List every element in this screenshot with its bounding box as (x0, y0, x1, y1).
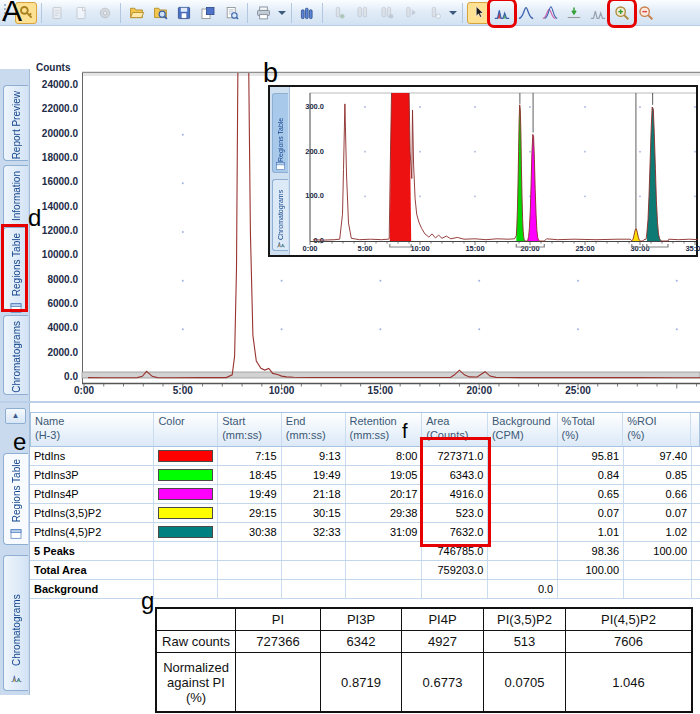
summary-row-label: Raw counts (157, 631, 236, 653)
panel-divider (0, 401, 700, 403)
vial-skip-icon[interactable] (399, 2, 421, 24)
show-regions-icon[interactable]: c (491, 2, 513, 24)
overlay-chromatograms-icon[interactable] (539, 2, 561, 24)
vial-stop-icon[interactable] (423, 2, 445, 24)
column-header-background[interactable]: Background(CPM) (488, 413, 558, 446)
column-header-total[interactable]: %Total(%) (558, 413, 624, 446)
region-name-cell: Background (30, 580, 154, 598)
region-row-ptdins4p[interactable]: PtdIns4P19:4921:1820:174916.00.650.66 (30, 485, 700, 504)
region-value-cell (488, 523, 558, 541)
region-value-cell (346, 580, 423, 598)
zoom-in-icon[interactable]: a (611, 2, 633, 24)
new-measurement-icon[interactable] (46, 2, 68, 24)
region-value-cell: 100.00 (624, 542, 692, 560)
region-fill-ptdins-3-5-p2 (632, 229, 643, 241)
region-value-cell (346, 561, 423, 579)
application-window: A FileEditViewEvaluationMeasurementTools… (0, 0, 700, 714)
region-color-cell (154, 542, 218, 560)
open-folder-icon[interactable] (125, 2, 147, 24)
region-color-cell (154, 561, 218, 579)
column-header-end[interactable]: End(mm:ss) (282, 413, 346, 446)
baseline-icon[interactable] (563, 2, 585, 24)
inset-tab-label: Regions Table (277, 97, 284, 162)
region-name-cell: Total Area (30, 561, 154, 579)
save-icon[interactable] (173, 2, 195, 24)
print-icon[interactable] (252, 2, 274, 24)
region-filler-cell (692, 504, 700, 522)
annotation-letter-d: d (28, 206, 41, 230)
pointer-icon[interactable] (467, 2, 489, 24)
region-row-ptdins-3-5-p2[interactable]: PtdIns(3,5)P229:1530:1529:38523.00.070.0… (30, 504, 700, 523)
summary-col-pi-4-5-p2: PI(4,5)P2 (566, 609, 691, 631)
toolbar-separator (120, 3, 121, 23)
inset-zoomed-chromatogram: Regions Table Chromatograms 300.0200.010… (268, 85, 698, 257)
region-value-cell (218, 580, 282, 598)
print-dropdown-arrow-icon[interactable] (275, 2, 288, 24)
summary-value-cell: 513 (484, 631, 566, 653)
save-report-icon[interactable] (197, 2, 219, 24)
column-header-color[interactable]: Color (154, 413, 218, 446)
region-row-ptdins-4-5-p2[interactable]: PtdIns(4,5)P230:3832:3331:097632.01.011.… (30, 523, 700, 542)
region-fill-ptdins (390, 89, 411, 241)
region-filler-cell (692, 485, 700, 503)
region-name-cell: PtdIns (30, 447, 154, 465)
summary-corner-cell (157, 609, 236, 631)
column-header-start[interactable]: Start(mm:ss) (218, 413, 282, 446)
column-header-name[interactable]: Name(H-3) (31, 413, 154, 446)
summary-value-cell: 6342 (321, 631, 402, 653)
region-value-cell (558, 580, 624, 598)
region-row-background[interactable]: Background0.0 (30, 580, 700, 599)
summary-col-pi-3-5-p2: PI(3,5)P2 (484, 609, 566, 631)
region-value-cell (282, 561, 346, 579)
print-preview-icon[interactable] (221, 2, 243, 24)
region-fill-ptdins4p (528, 134, 545, 241)
collapse-panel-button[interactable]: ▲ (5, 408, 26, 424)
sidebar-tab-information[interactable]: Information (3, 165, 28, 227)
settings-icon[interactable] (94, 2, 116, 24)
region-row-ptdins3p[interactable]: PtdIns3P18:4519:4919:056343.00.840.85 (30, 466, 700, 485)
region-row-ptdins[interactable]: PtdIns7:159:138:00727371.095.8197.40 (30, 447, 700, 466)
toolbar-separator (462, 3, 463, 23)
find-data-icon[interactable] (149, 2, 171, 24)
vial-resume-icon[interactable] (375, 2, 397, 24)
start-sequence-icon[interactable] (296, 2, 318, 24)
toolbar-separator (247, 3, 248, 23)
summary-value-cell: 7606 (566, 631, 691, 653)
region-row-total-area[interactable]: Total Area759203.0100.00 (30, 561, 700, 580)
column-header-retention[interactable]: Retention(mm:ss) (346, 413, 423, 446)
region-color-cell (154, 504, 218, 522)
sidebar-tab-report-preview[interactable]: Report Preview (3, 85, 28, 161)
sidebar-tab-chromatograms[interactable]: Chromatograms (3, 315, 28, 395)
new-document-icon[interactable] (70, 2, 92, 24)
vial-start-icon[interactable] (327, 2, 349, 24)
region-row-5-peaks[interactable]: 5 Peaks746785.098.36100.00 (30, 542, 700, 561)
regions-table-header-row: Name(H-3)ColorStart(mm:ss)End(mm:ss)Rete… (30, 412, 700, 447)
region-value-cell: 0.84 (558, 466, 624, 484)
region-value-cell: 100.00 (558, 561, 624, 579)
compare-peaks-icon[interactable] (587, 2, 609, 24)
sidebar-tab-label: Information (11, 171, 22, 221)
sidebar-tab-label: Chromatograms (11, 321, 22, 393)
column-header-roi[interactable]: %ROI(%) (623, 413, 691, 446)
bottom-tab-label: Chromatograms (11, 561, 22, 666)
measurement-dropdown-arrow-icon[interactable] (446, 2, 459, 24)
single-peak-icon[interactable] (515, 2, 537, 24)
region-value-cell: 8:00 (346, 447, 423, 465)
region-filler-cell (692, 466, 700, 484)
region-value-cell: 95.81 (558, 447, 624, 465)
bottom-tab-chromatograms[interactable]: Chromatograms (3, 555, 28, 691)
regions-table-icon (276, 162, 285, 170)
annotation-box-d (1, 224, 28, 312)
vial-pause-icon[interactable] (351, 2, 373, 24)
inset-tab-strip: Regions Table Chromatograms (270, 87, 290, 255)
region-value-cell: 0.85 (624, 466, 692, 484)
zoom-out-icon[interactable] (635, 2, 657, 24)
summary-value-cell: 4927 (402, 631, 484, 653)
region-value-cell: 0.07 (624, 504, 692, 522)
summary-table: PIPI3PPI4PPI(3,5)P2PI(4,5)P2Raw counts72… (155, 607, 693, 713)
bottom-tab-regions-table[interactable]: Regions Table (3, 453, 28, 545)
region-value-cell: 0.66 (624, 485, 692, 503)
region-value-cell (346, 542, 423, 560)
region-filler-cell (692, 542, 700, 560)
inset-tab-label: Chromatograms (277, 183, 284, 240)
